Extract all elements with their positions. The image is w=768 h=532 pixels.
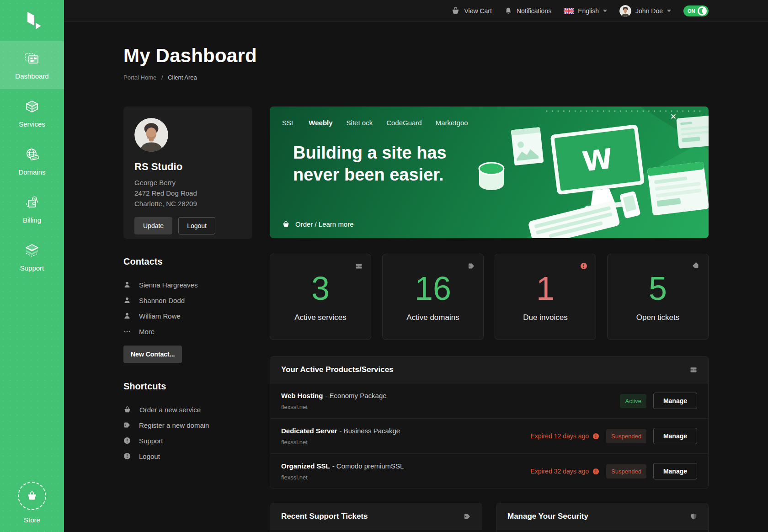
banner-headline: Building a site has never been easier. [293, 142, 709, 186]
server-icon [690, 366, 697, 373]
uk-flag-icon [564, 8, 574, 14]
logout-button[interactable]: Logout [178, 217, 215, 234]
breadcrumb-current: Client Area [168, 74, 197, 81]
manage-button[interactable]: Manage [653, 463, 697, 479]
tickets-panel-body [270, 530, 482, 532]
product-domain: flexssl.net [281, 404, 387, 410]
banner-tab-ssl[interactable]: SSL [282, 119, 295, 127]
close-icon[interactable]: ✕ [670, 113, 677, 121]
new-contact-button[interactable]: New Contact... [123, 346, 182, 363]
tag-icon [123, 421, 131, 429]
page-title: My Dashboard [123, 45, 709, 67]
contact-item[interactable]: Shannon Dodd [123, 293, 252, 308]
active-products-panel: Your Active Products/Services Web Hostin… [270, 356, 709, 489]
status-badge-suspended: Suspended [606, 429, 646, 443]
notifications-button[interactable]: Notifications [504, 7, 551, 15]
chevron-down-icon [603, 10, 607, 12]
breadcrumb: Portal Home / Client Area [123, 74, 709, 81]
info-icon [123, 452, 131, 460]
stat-label: Active services [294, 313, 346, 322]
manage-button[interactable]: Manage [653, 428, 697, 444]
bell-icon [504, 7, 512, 15]
basket-icon [123, 406, 131, 414]
shortcut-label: Support [139, 437, 163, 445]
banner-cta-link[interactable]: Order / Learn more [282, 220, 354, 228]
sidebar: Dashboard Services www Domains [0, 0, 64, 532]
left-column: RS Studio George Berry 2472 Red Dog Road… [123, 106, 252, 532]
language-menu[interactable]: English [564, 7, 607, 15]
product-package: - Comodo premiumSSL [332, 462, 404, 470]
sidebar-item-label: Domains [18, 168, 45, 176]
banner-cta-label: Order / Learn more [295, 220, 354, 228]
banner-tab-codeguard[interactable]: CodeGuard [386, 119, 422, 127]
right-column: W [270, 106, 709, 532]
view-cart-label: View Cart [464, 7, 491, 15]
person-icon [123, 281, 131, 288]
sidebar-item-support[interactable]: Support [0, 233, 64, 281]
manage-button[interactable]: Manage [653, 393, 697, 409]
shortcut-register-domain[interactable]: Register a new domain [123, 417, 252, 433]
banner-tab-marketgoo[interactable]: Marketgoo [436, 119, 468, 127]
stat-value: 1 [536, 272, 555, 305]
server-icon [355, 262, 363, 270]
user-menu[interactable]: John Doe [619, 5, 671, 17]
shortcut-order-service[interactable]: Order a new service [123, 402, 252, 417]
sidebar-item-dashboard[interactable]: Dashboard [0, 41, 64, 89]
shortcuts-title: Shortcuts [123, 381, 252, 392]
sidebar-item-services[interactable]: Services [0, 89, 64, 137]
tickets-panel-title: Recent Support Tickets [281, 512, 368, 521]
stat-due-invoices[interactable]: 1 Due invoices [495, 254, 596, 340]
status-badge-suspended: Suspended [606, 464, 646, 479]
alert-icon [592, 433, 599, 440]
product-package: - Economy Package [325, 392, 386, 399]
manage-security-panel: Manage Your Security [496, 503, 709, 532]
security-panel-title: Manage Your Security [507, 512, 588, 521]
sidebar-item-billing[interactable]: $ Billing [0, 185, 64, 233]
sidebar-item-label: Dashboard [15, 72, 48, 80]
security-panel-body [496, 530, 708, 532]
product-name: Web Hosting- Economy Package [281, 392, 387, 399]
contact-name: Shannon Dodd [139, 297, 185, 304]
ticket-tag-icon [693, 262, 700, 270]
view-cart-button[interactable]: View Cart [451, 6, 491, 15]
breadcrumb-home-link[interactable]: Portal Home [123, 74, 156, 81]
recent-support-tickets-panel: Recent Support Tickets [270, 503, 482, 532]
stat-open-tickets[interactable]: 5 Open tickets [607, 254, 709, 340]
stat-value: 5 [649, 272, 667, 305]
profile-contact-name: George Berry [134, 177, 241, 188]
profile-company-name: RS Studio [134, 161, 241, 173]
stat-active-services[interactable]: 3 Active services [270, 254, 371, 340]
shortcut-label: Logout [139, 452, 160, 460]
client-area-dashboard: Dashboard Services www Domains [0, 0, 768, 532]
expired-notice: Expired 32 days ago [530, 468, 599, 475]
sidebar-item-label: Services [19, 120, 45, 128]
support-icon [24, 243, 40, 259]
stat-label: Active domains [406, 313, 459, 322]
sidebar-item-domains[interactable]: www Domains [0, 137, 64, 185]
profile-address-line1: 2472 Red Dog Road [134, 188, 241, 198]
info-icon [123, 437, 131, 444]
banner-tab-sitelock[interactable]: SiteLock [347, 119, 373, 127]
shortcut-logout[interactable]: Logout [123, 448, 252, 464]
brand-logo[interactable] [0, 0, 64, 41]
sidebar-item-label: Support [20, 264, 44, 272]
update-button[interactable]: Update [134, 217, 172, 234]
contact-name: William Rowe [139, 312, 181, 320]
person-icon [123, 297, 131, 304]
shortcuts-section: Shortcuts Order a new service [123, 381, 252, 464]
contacts-section: Contacts Sienna Hargreaves S [123, 256, 252, 363]
dark-mode-toggle[interactable]: ON [683, 5, 709, 16]
contact-item[interactable]: William Rowe [123, 308, 252, 324]
sidebar-item-store[interactable]: Store [0, 482, 64, 524]
stat-active-domains[interactable]: 16 Active domains [382, 254, 484, 340]
stat-label: Due invoices [523, 313, 567, 322]
banner-tab-weebly[interactable]: Weebly [309, 119, 332, 127]
promo-banner: W [270, 106, 709, 238]
contact-item[interactable]: Sienna Hargreaves [123, 277, 252, 293]
shortcut-support[interactable]: Support [123, 433, 252, 448]
contacts-more-link[interactable]: More [123, 324, 252, 339]
profile-address-line2: Charlotte, NC 28209 [134, 198, 241, 209]
stats-row: 3 Active services 16 Active domains [270, 254, 709, 340]
shortcut-label: Register a new domain [139, 421, 209, 429]
tag-icon [468, 262, 475, 270]
